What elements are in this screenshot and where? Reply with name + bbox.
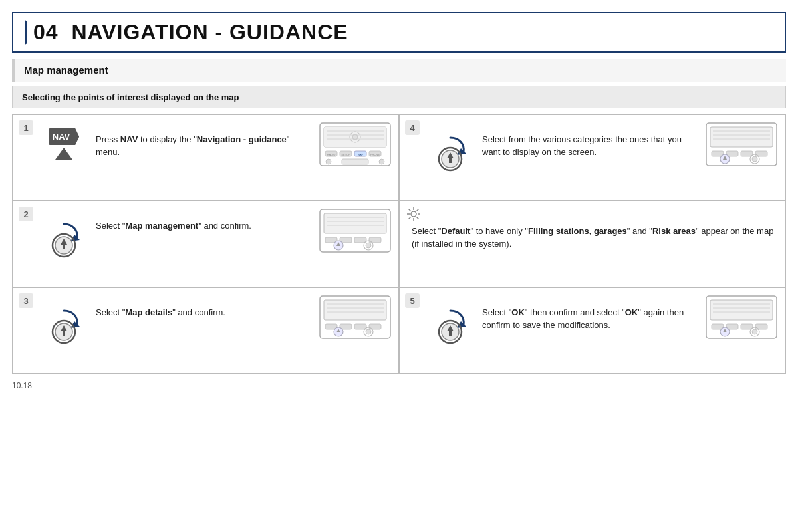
- page-title: 04 NAVIGATION - GUIDANCE: [33, 20, 348, 44]
- step-5-text: Select "OK" then confirm and select "OK"…: [477, 301, 703, 334]
- step-2-icon: [37, 215, 90, 260]
- device-diagram-5: [705, 295, 778, 340]
- nav-label: NAV: [49, 128, 79, 145]
- page-footer: 10.18: [12, 381, 786, 394]
- step-5-cell: 5 Select "OK" then confirm and select "O…: [399, 287, 785, 374]
- section-title: Map management: [24, 65, 108, 76]
- svg-marker-0: [55, 148, 72, 160]
- svg-point-95: [752, 329, 757, 334]
- svg-rect-42: [63, 244, 65, 249]
- svg-point-32: [752, 156, 757, 162]
- svg-text:SETUP: SETUP: [341, 153, 350, 156]
- svg-rect-47: [354, 237, 366, 243]
- step-4-device: [703, 122, 779, 167]
- step-1-text: Press NAV to display the "Navigation - g…: [90, 128, 317, 162]
- step-1-cell: 1 NAV Press NAV to display the "Navigati…: [13, 114, 399, 201]
- svg-rect-24: [449, 158, 452, 163]
- steps-grid: 1 NAV Press NAV to display the "Navigati…: [12, 114, 786, 374]
- step-3-number: 3: [19, 293, 33, 308]
- page-number: 10.18: [12, 381, 32, 390]
- svg-point-50: [366, 243, 371, 248]
- knob-icon-2: [41, 215, 86, 260]
- step-1-icon: NAV: [37, 128, 90, 160]
- svg-point-18: [379, 159, 384, 164]
- step-5-device: [703, 295, 779, 340]
- svg-rect-30: [755, 151, 767, 156]
- svg-line-61: [409, 209, 411, 211]
- step-2-device: [317, 208, 393, 253]
- svg-rect-44: [324, 213, 386, 233]
- svg-rect-87: [449, 331, 452, 336]
- sun-icon: [406, 207, 421, 224]
- step-4-number: 4: [405, 120, 420, 135]
- star-text: Select "Default" to have only "Filling s…: [405, 225, 779, 251]
- nav-arrow-svg: [55, 148, 72, 160]
- svg-text:RADIO: RADIO: [327, 153, 335, 156]
- step-5-icon: [424, 301, 477, 346]
- knob-icon-3: [41, 301, 86, 346]
- step-1-number: 1: [19, 120, 33, 135]
- svg-point-56: [411, 211, 416, 217]
- step-2-text: Select "Map management" and confirm.: [90, 215, 317, 235]
- svg-rect-26: [710, 127, 773, 147]
- section-header: Map management: [12, 59, 786, 82]
- svg-point-17: [326, 159, 331, 164]
- svg-text:PHONE: PHONE: [370, 153, 380, 156]
- step-3-cell: 3 Select "Map details" and confirm.: [13, 287, 399, 374]
- step-3-icon: [37, 301, 90, 346]
- svg-line-64: [417, 209, 419, 211]
- svg-rect-29: [741, 151, 753, 156]
- subsection-bar: Selecting the points of interest display…: [12, 86, 786, 108]
- svg-rect-69: [63, 331, 65, 336]
- svg-rect-92: [741, 324, 753, 329]
- step-3-device: [317, 295, 393, 340]
- step-4-cell: 4 Select from the various categories the…: [399, 114, 785, 201]
- svg-rect-93: [755, 324, 767, 329]
- svg-line-62: [417, 217, 419, 219]
- step-5-number: 5: [405, 293, 420, 308]
- svg-rect-71: [324, 300, 386, 320]
- step-2-cell: 2 Select "Map management" and confirm.: [13, 201, 399, 287]
- device-diagram-4: [705, 122, 778, 167]
- svg-point-77: [366, 329, 371, 334]
- step-4-icon: [424, 128, 477, 174]
- device-diagram-1: RADIO SETUP NAV PHONE: [319, 122, 392, 167]
- step-2-number: 2: [19, 207, 33, 221]
- svg-text:NAV: NAV: [358, 153, 363, 156]
- knob-icon-4: [428, 128, 473, 174]
- device-diagram-3: [319, 295, 392, 340]
- chapter-title: NAVIGATION - GUIDANCE: [71, 20, 348, 44]
- svg-rect-89: [710, 300, 773, 320]
- step-1-device: RADIO SETUP NAV PHONE: [317, 122, 393, 167]
- star-cell: Select "Default" to have only "Filling s…: [399, 201, 785, 287]
- page-header: 04 NAVIGATION - GUIDANCE: [12, 12, 786, 53]
- step-4-text: Select from the various categories the o…: [477, 128, 703, 162]
- svg-rect-75: [369, 324, 381, 329]
- device-diagram-2: [319, 208, 392, 253]
- step-3-text: Select "Map details" and confirm.: [90, 301, 317, 322]
- knob-icon-5: [428, 301, 473, 346]
- svg-rect-19: [342, 159, 368, 164]
- chapter-number: 04: [33, 20, 59, 44]
- svg-rect-48: [369, 237, 381, 243]
- nav-button-icon: NAV: [49, 128, 79, 160]
- svg-line-63: [409, 217, 411, 219]
- svg-rect-74: [354, 324, 366, 329]
- subsection-title: Selecting the points of interest display…: [22, 92, 239, 102]
